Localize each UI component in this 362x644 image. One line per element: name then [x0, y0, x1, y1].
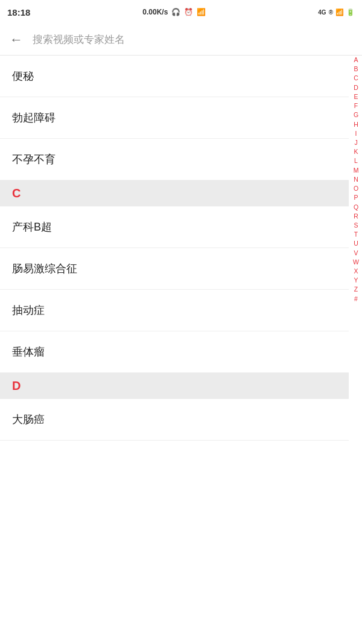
alpha-item-o[interactable]: O: [354, 184, 358, 193]
alpha-item-a[interactable]: A: [354, 56, 358, 65]
alpha-item-p[interactable]: P: [354, 193, 358, 202]
list-item-text: 抽动症: [12, 304, 45, 316]
list-item-text: 便秘: [12, 70, 34, 82]
headphone-icon: 🎧: [171, 8, 180, 16]
alpha-item-h[interactable]: H: [354, 120, 358, 129]
signal-bar-icon: 📶: [335, 8, 344, 16]
status-center: 0.00K/s 🎧 ⏰ 📶: [142, 8, 206, 16]
section-header-label: C: [12, 187, 21, 200]
list-item[interactable]: 抽动症: [0, 290, 349, 331]
signal-4g-icon: 4G: [318, 9, 326, 16]
list-item-text: 肠易激综合征: [12, 263, 77, 275]
alpha-item-g[interactable]: G: [354, 110, 358, 120]
alpha-item-#[interactable]: #: [354, 295, 358, 304]
top-nav: ← 搜索视频或专家姓名: [0, 24, 362, 56]
registered-icon: ®: [329, 9, 333, 16]
alpha-item-w[interactable]: W: [353, 258, 359, 267]
alpha-item-f[interactable]: F: [354, 101, 358, 110]
status-right: 4G ® 📶 🔋: [318, 8, 355, 16]
alpha-item-e[interactable]: E: [354, 92, 358, 101]
list-item[interactable]: 大肠癌: [0, 399, 349, 441]
list-item-text: 大肠癌: [12, 413, 45, 426]
list-item-text: 不孕不育: [12, 153, 56, 165]
list-item-text: 勃起障碍: [12, 112, 56, 124]
alphabet-sidebar: ABCDEFGHIJKLMNOPQRSTUVWXYZ#: [350, 56, 362, 304]
list-item[interactable]: 肠易激综合征: [0, 248, 349, 290]
status-time: 18:18: [7, 7, 30, 18]
alarm-icon: ⏰: [184, 8, 193, 16]
alpha-item-l[interactable]: L: [354, 156, 358, 165]
alpha-item-v[interactable]: V: [354, 249, 358, 258]
alpha-item-r[interactable]: R: [354, 212, 358, 221]
alpha-item-z[interactable]: Z: [354, 285, 358, 294]
alpha-item-m[interactable]: M: [354, 166, 359, 175]
alpha-item-q[interactable]: Q: [354, 203, 358, 212]
status-bar: 18:18 0.00K/s 🎧 ⏰ 📶 4G ® 📶 🔋: [0, 0, 362, 24]
alpha-item-y[interactable]: Y: [354, 276, 358, 285]
network-speed: 0.00K/s: [142, 8, 168, 16]
list-item[interactable]: 产科B超: [0, 206, 349, 248]
list-item-text: 产科B超: [12, 221, 52, 233]
list-container: 便秘勃起障碍不孕不育C产科B超肠易激综合征抽动症垂体瘤D大肠癌: [0, 56, 362, 441]
list-item[interactable]: 勃起障碍: [0, 97, 349, 139]
back-button[interactable]: ←: [10, 32, 23, 48]
alpha-item-s[interactable]: S: [354, 221, 358, 230]
alpha-item-t[interactable]: T: [354, 230, 358, 239]
alpha-item-i[interactable]: I: [355, 129, 357, 138]
battery-icon: 🔋: [346, 8, 355, 16]
list-item[interactable]: 不孕不育: [0, 139, 349, 180]
section-header-label: D: [12, 379, 21, 392]
wifi-icon: 📶: [197, 8, 206, 16]
alpha-item-c[interactable]: C: [354, 74, 358, 83]
alpha-item-j[interactable]: J: [354, 138, 357, 147]
section-header-d: D: [0, 373, 349, 399]
alpha-item-n[interactable]: N: [354, 175, 358, 184]
section-header-c: C: [0, 180, 349, 206]
alpha-item-d[interactable]: D: [354, 83, 358, 92]
alpha-item-x[interactable]: X: [354, 267, 358, 276]
alpha-item-u[interactable]: U: [354, 239, 358, 248]
list-item[interactable]: 便秘: [0, 56, 349, 97]
search-placeholder-text: 搜索视频或专家姓名: [33, 33, 352, 46]
alpha-item-k[interactable]: K: [354, 147, 358, 156]
list-item[interactable]: 垂体瘤: [0, 331, 349, 373]
list-item-text: 垂体瘤: [12, 346, 45, 358]
alpha-item-b[interactable]: B: [354, 65, 358, 74]
